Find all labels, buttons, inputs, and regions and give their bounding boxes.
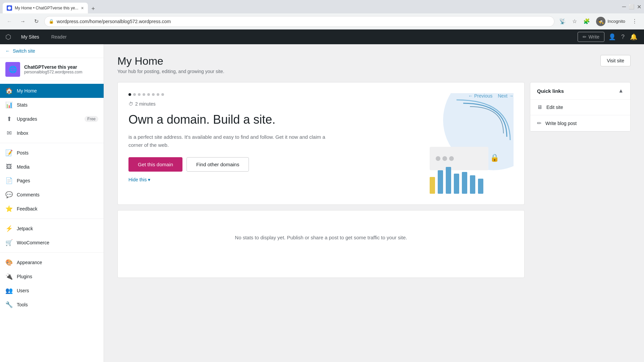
write-button[interactable]: ✏ Write: [578, 32, 604, 42]
tab-title: My Home • ChatGPTverse this ye...: [15, 6, 78, 10]
sidebar-item-woocommerce[interactable]: 🛒 WooCommerce: [0, 236, 104, 250]
quick-link-edit-site[interactable]: 🖥 Edit site: [530, 100, 630, 115]
minimize-button[interactable]: ─: [622, 4, 626, 10]
nav-label-jetpack: Jetpack: [17, 226, 98, 231]
back-button[interactable]: ←: [4, 16, 15, 27]
nav-section: 🏠 My Home 📊 Stats ⬆ Upgrades Free ✉ Inbo…: [0, 81, 104, 314]
switch-site-button[interactable]: ← Switch site: [0, 44, 104, 58]
svg-rect-8: [438, 170, 443, 194]
domain-illustration: 🔒: [420, 93, 514, 194]
time-badge: ⏱ 2 minutes: [128, 101, 406, 107]
bookmark-icon[interactable]: ☆: [569, 16, 580, 27]
nav-label-inbox: Inbox: [17, 130, 98, 136]
sidebar-item-feedback[interactable]: ⭐ Feedback: [0, 202, 104, 216]
sidebar-item-appearance[interactable]: 🎨 Appearance: [0, 255, 104, 269]
sidebar-item-posts[interactable]: 📝 Posts: [0, 146, 104, 160]
sidebar-item-upgrades[interactable]: ⬆ Upgrades Free: [0, 112, 104, 126]
domain-svg-illustration: 🔒: [420, 93, 514, 194]
stats-empty-message: No stats to display yet. Publish or shar…: [128, 221, 514, 254]
notifications-button[interactable]: 🔔: [629, 32, 639, 42]
plugins-icon: 🔌: [5, 273, 13, 280]
sidebar-item-jetpack[interactable]: ⚡ Jetpack: [0, 222, 104, 236]
nav-label-comments: Comments: [17, 192, 98, 197]
forward-button[interactable]: →: [17, 16, 28, 27]
find-domains-button[interactable]: Find other domains: [186, 157, 249, 172]
svg-point-3: [436, 156, 440, 161]
sidebar-item-users[interactable]: 👥 Users: [0, 284, 104, 298]
quick-link-write-post[interactable]: ✏ Write blog post: [530, 115, 630, 131]
sidebar-item-my-home[interactable]: 🏠 My Home: [0, 84, 104, 98]
domain-card: ← Previous Next → ⏱: [117, 82, 525, 205]
refresh-button[interactable]: ↻: [31, 16, 42, 27]
dot-6[interactable]: [152, 93, 155, 96]
nav-divider: [0, 143, 104, 143]
extensions-button[interactable]: 🧩: [581, 16, 592, 27]
quick-links-title: Quick links: [537, 88, 564, 94]
svg-rect-10: [454, 174, 459, 194]
tab-close-button[interactable]: ×: [81, 5, 84, 11]
incognito-avatar: 🕵: [596, 17, 605, 26]
cast-icon[interactable]: 📡: [557, 16, 568, 27]
active-tab[interactable]: My Home • ChatGPTverse this ye... ×: [3, 3, 88, 13]
menu-button[interactable]: ⋮: [629, 16, 640, 27]
dot-2[interactable]: [133, 93, 136, 96]
sidebar-item-stats[interactable]: 📊 Stats: [0, 98, 104, 112]
svg-rect-9: [446, 167, 451, 194]
my-sites-nav[interactable]: My Sites: [18, 32, 43, 42]
incognito-button[interactable]: 🕵 Incognito: [593, 15, 628, 27]
nav-divider-2: [0, 219, 104, 219]
help-button[interactable]: ?: [620, 32, 626, 42]
monitor-icon: 🖥: [537, 104, 542, 110]
quick-link-edit-site-label: Edit site: [546, 105, 563, 110]
sidebar-item-comments[interactable]: 💬 Comments: [0, 188, 104, 202]
chevron-down-icon: ▾: [148, 177, 150, 182]
get-domain-button[interactable]: Get this domain: [128, 157, 182, 172]
stats-card: No stats to display yet. Publish or shar…: [117, 210, 525, 278]
quick-link-write-post-label: Write blog post: [545, 121, 577, 126]
nav-label-pages: Pages: [17, 178, 98, 183]
new-tab-button[interactable]: +: [89, 4, 98, 13]
sidebar: ← Switch site 🌐 ChatGPTverse this year p…: [0, 44, 104, 362]
dot-7[interactable]: [157, 93, 159, 96]
clock-icon: ⏱: [128, 101, 133, 107]
nav-label-stats: Stats: [17, 102, 98, 108]
page-header: My Home Your hub for posting, editing, a…: [117, 55, 631, 74]
hide-this-button[interactable]: Hide this ▾: [128, 177, 406, 182]
home-icon: 🏠: [5, 87, 13, 95]
nav-label-posts: Posts: [17, 150, 98, 156]
tab-favicon: [7, 5, 12, 11]
hide-label: Hide this: [128, 177, 147, 182]
switch-site-label: Switch site: [13, 48, 35, 54]
dot-3[interactable]: [138, 93, 141, 96]
close-window-button[interactable]: ✕: [637, 4, 641, 10]
sidebar-item-tools[interactable]: 🔧 Tools: [0, 298, 104, 312]
incognito-label: Incognito: [607, 19, 625, 24]
sidebar-item-pages[interactable]: 📄 Pages: [0, 174, 104, 188]
address-bar[interactable]: 🔒 wordpress.com/home/personalblog572.wor…: [44, 16, 554, 27]
feedback-icon: ⭐: [5, 205, 13, 213]
pages-icon: 📄: [5, 177, 13, 184]
visit-site-button[interactable]: Visit site: [600, 55, 631, 66]
domain-description: is a perfect site address. It's availabl…: [128, 133, 330, 149]
dot-8[interactable]: [161, 93, 164, 96]
media-icon: 🖼: [5, 163, 13, 170]
time-label: 2 minutes: [135, 101, 156, 107]
svg-rect-13: [478, 179, 483, 194]
sidebar-item-media[interactable]: 🖼 Media: [0, 160, 104, 174]
jetpack-icon: ⚡: [5, 225, 13, 232]
maximize-button[interactable]: ⬜: [629, 4, 634, 9]
dot-5[interactable]: [147, 93, 150, 96]
upgrades-badge: Free: [85, 116, 98, 122]
domain-heading: Own a domain. Build a site.: [128, 112, 406, 128]
write-icon: ✏: [583, 34, 587, 40]
chevron-up-icon[interactable]: ▲: [618, 88, 624, 94]
tools-icon: 🔧: [5, 301, 13, 308]
dot-4[interactable]: [143, 93, 145, 96]
dot-1[interactable]: [128, 93, 131, 96]
reader-nav[interactable]: Reader: [48, 32, 70, 42]
user-avatar-button[interactable]: 👤: [607, 32, 617, 42]
sidebar-item-inbox[interactable]: ✉ Inbox: [0, 126, 104, 140]
my-sites-label: My Sites: [21, 34, 39, 40]
sidebar-item-plugins[interactable]: 🔌 Plugins: [0, 269, 104, 284]
site-info[interactable]: 🌐 ChatGPTverse this year personalblog572…: [0, 58, 104, 81]
